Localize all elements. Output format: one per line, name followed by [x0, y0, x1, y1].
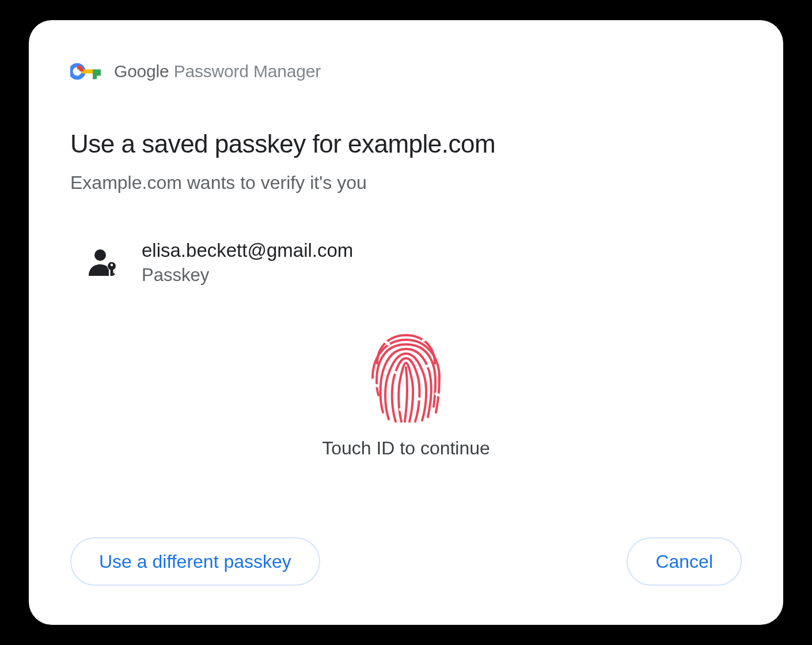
svg-line-13 [394, 372, 397, 373]
svg-rect-1 [82, 70, 94, 74]
account-email: elisa.beckett@gmail.com [142, 240, 353, 261]
user-passkey-icon [88, 248, 119, 277]
svg-rect-2 [93, 70, 97, 79]
dialog-subtitle: Example.com wants to verify it's you [70, 172, 742, 193]
fingerprint-icon[interactable] [366, 332, 446, 424]
brand-google: Google [114, 62, 169, 81]
button-row: Use a different passkey Cancel [70, 537, 742, 586]
svg-line-14 [416, 398, 419, 399]
touchid-prompt: Touch ID to continue [322, 438, 490, 459]
svg-line-11 [374, 385, 377, 386]
use-different-passkey-button[interactable]: Use a different passkey [70, 537, 320, 586]
brand-label: Google Password Manager [114, 62, 321, 81]
passkey-dialog: Google Password Manager Use a saved pass… [29, 20, 783, 625]
svg-point-4 [94, 249, 106, 261]
touchid-section: Touch ID to continue [70, 332, 742, 459]
dialog-title: Use a saved passkey for example.com [70, 130, 742, 158]
brand-product: Password Manager [169, 62, 321, 81]
account-row: elisa.beckett@gmail.com Passkey [88, 240, 742, 286]
svg-line-9 [386, 342, 389, 344]
account-type: Passkey [142, 265, 353, 286]
svg-rect-3 [97, 70, 101, 76]
svg-line-10 [423, 339, 426, 340]
dialog-header: Google Password Manager [70, 62, 742, 81]
svg-line-12 [436, 394, 439, 395]
svg-line-15 [400, 409, 403, 410]
account-info: elisa.beckett@gmail.com Passkey [142, 240, 353, 286]
svg-point-7 [111, 264, 113, 266]
svg-line-16 [427, 365, 430, 366]
cancel-button[interactable]: Cancel [627, 537, 742, 586]
password-manager-key-icon [70, 62, 101, 81]
svg-rect-8 [111, 269, 113, 276]
